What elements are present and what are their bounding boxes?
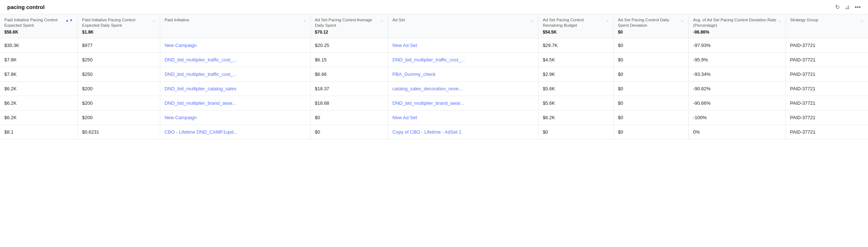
- cell-r6-c3: $0: [310, 125, 388, 139]
- adset-link-2[interactable]: PBA_Dummy_check: [392, 72, 435, 77]
- campaign-link-0[interactable]: New Campaign: [165, 43, 197, 48]
- cell-r3-c3: $18.37: [310, 82, 388, 96]
- cell-r0-c2[interactable]: New Campaign: [160, 38, 310, 53]
- campaign-link-2[interactable]: DND_bid_multiplier_traffic_cost_...: [165, 72, 237, 77]
- filter-icon[interactable]: ⊿: [845, 4, 850, 10]
- cell-r0-c6: $0: [613, 38, 689, 53]
- cell-r0-c3: $20.25: [310, 38, 388, 53]
- table-row: $8.1$0.6231CBO - Lifetime DND_CAMP1upd..…: [0, 125, 868, 139]
- cell-r4-c5: $5.6K: [538, 96, 613, 110]
- cell-r6-c4[interactable]: Copy of CBO - Lifetime - AdSet 1: [388, 125, 539, 139]
- cell-r6-c8: PAID-37721: [786, 125, 868, 139]
- refresh-icon[interactable]: ↻: [835, 4, 840, 10]
- page-title: pacing control: [7, 4, 44, 10]
- sort-icon-col9[interactable]: ⌄: [860, 18, 864, 23]
- adset-link-5[interactable]: New Ad Set: [392, 115, 417, 120]
- cell-r1-c5: $4.5K: [538, 53, 613, 67]
- cell-r4-c8: PAID-37721: [786, 96, 868, 110]
- cell-r3-c8: PAID-37721: [786, 82, 868, 96]
- cell-r5-c1: $200: [78, 110, 160, 125]
- cell-r2-c0: $7.8K: [0, 67, 78, 82]
- sort-icon-col3[interactable]: ⌄: [303, 18, 306, 23]
- col-header-label-col4: Ad Set Pacing Control Average Daily Spen…: [315, 18, 372, 27]
- col-header-col4: Ad Set Pacing Control Average Daily Spen…: [310, 14, 388, 38]
- cell-r5-c7: -100%: [689, 110, 786, 125]
- col-header-label-col9: Strategy Group: [790, 18, 818, 22]
- cell-r4-c6: $0: [613, 96, 689, 110]
- cell-r0-c0: $30.3K: [0, 38, 78, 53]
- cell-r0-c5: $29.7K: [538, 38, 613, 53]
- adset-link-3[interactable]: catalog_sales_decoration_nove...: [392, 86, 463, 91]
- table-row: $6.2K$200DND_bid_multiplier_catalog_sale…: [0, 82, 868, 96]
- campaign-link-6[interactable]: CBO - Lifetime DND_CAMP1upd...: [165, 129, 238, 135]
- cell-r1-c6: $0: [613, 53, 689, 67]
- cell-r1-c4[interactable]: DND_bid_multiplier_traffic_cost_...: [388, 53, 539, 67]
- cell-r6-c2[interactable]: CBO - Lifetime DND_CAMP1upd...: [160, 125, 310, 139]
- cell-r0-c8: PAID-37721: [786, 38, 868, 53]
- adset-link-6[interactable]: Copy of CBO - Lifetime - AdSet 1: [392, 129, 461, 135]
- header-actions: ↻ ⊿ •••: [835, 4, 861, 10]
- col-header-label-col5: Ad Set: [392, 18, 405, 22]
- cell-r3-c2[interactable]: DND_bid_multiplier_catalog_sales: [160, 82, 310, 96]
- col-aggregate-col8: -96.86%: [693, 30, 776, 35]
- table-header-row: Paid Initiative Pacing Control Expected …: [0, 14, 868, 38]
- col-header-col3: Paid Initiative⌄: [160, 14, 310, 38]
- cell-r0-c7: -97.93%: [689, 38, 786, 53]
- col-aggregate-col6: $54.5K: [543, 30, 604, 35]
- cell-r3-c4[interactable]: catalog_sales_decoration_nove...: [388, 82, 539, 96]
- cell-r1-c2[interactable]: DND_bid_multiplier_traffic_cost_...: [160, 53, 310, 67]
- more-icon[interactable]: •••: [855, 4, 861, 10]
- col-header-col6: Ad Set Pacing Control Remaining Budget$5…: [538, 14, 613, 38]
- adset-link-0[interactable]: New Ad Set: [392, 43, 417, 48]
- page-header: pacing control ↻ ⊿ •••: [0, 0, 868, 14]
- cell-r3-c6: $0: [613, 82, 689, 96]
- cell-r3-c5: $5.6K: [538, 82, 613, 96]
- col-header-col7: Ad Set Pacing Control Daily Spent Deviat…: [613, 14, 689, 38]
- sort-icon-col7[interactable]: ⌄: [681, 18, 684, 23]
- cell-r4-c4[interactable]: DND_bid_multiplier_brand_awar...: [388, 96, 539, 110]
- campaign-link-4[interactable]: DND_bid_multiplier_brand_awar...: [165, 100, 236, 106]
- sort-icon-col4[interactable]: ⌄: [380, 18, 383, 23]
- cell-r6-c1: $0.6231: [78, 125, 160, 139]
- sort-icon-col6[interactable]: ⌄: [606, 18, 609, 23]
- sort-icon-col2[interactable]: ⌄: [152, 18, 156, 23]
- col-header-label-col3: Paid Initiative: [165, 18, 189, 22]
- campaign-link-1[interactable]: DND_bid_multiplier_traffic_cost_...: [165, 57, 237, 62]
- cell-r5-c6: $0: [613, 110, 689, 125]
- col-header-col2: Paid Initiative Pacing Control Expected …: [78, 14, 160, 38]
- adset-link-1[interactable]: DND_bid_multiplier_traffic_cost_...: [392, 57, 465, 62]
- campaign-link-3[interactable]: DND_bid_multiplier_catalog_sales: [165, 86, 237, 91]
- cell-r2-c7: -93.34%: [689, 67, 786, 82]
- cell-r4-c2[interactable]: DND_bid_multiplier_brand_awar...: [160, 96, 310, 110]
- col-header-label-col6: Ad Set Pacing Control Remaining Budget: [543, 18, 584, 27]
- cell-r2-c5: $2.9K: [538, 67, 613, 82]
- col-header-col1: Paid Initiative Pacing Control Expected …: [0, 14, 78, 38]
- sort-icon-col8[interactable]: ⌄: [778, 18, 781, 23]
- cell-r6-c0: $8.1: [0, 125, 78, 139]
- cell-r4-c1: $200: [78, 96, 160, 110]
- table-row: $6.2K$200DND_bid_multiplier_brand_awar..…: [0, 96, 868, 110]
- cell-r3-c1: $200: [78, 82, 160, 96]
- campaign-link-5[interactable]: New Campaign: [165, 115, 197, 120]
- table-row: $30.3K$977New Campaign$20.25New Ad Set$2…: [0, 38, 868, 53]
- cell-r6-c5: $0: [538, 125, 613, 139]
- cell-r2-c3: $6.66: [310, 67, 388, 82]
- col-header-label-col2: Paid Initiative Pacing Control Expected …: [82, 18, 135, 27]
- cell-r5-c4[interactable]: New Ad Set: [388, 110, 539, 125]
- col-header-col5: Ad Set⌄: [388, 14, 539, 38]
- cell-r2-c1: $250: [78, 67, 160, 82]
- cell-r1-c0: $7.8K: [0, 53, 78, 67]
- cell-r4-c3: $18.68: [310, 96, 388, 110]
- adset-link-4[interactable]: DND_bid_multiplier_brand_awar...: [392, 100, 464, 106]
- sort-icon-col5[interactable]: ⌄: [531, 18, 534, 23]
- cell-r6-c7: 0%: [689, 125, 786, 139]
- sort-icon-col1[interactable]: ▲▼: [65, 18, 73, 23]
- cell-r2-c2[interactable]: DND_bid_multiplier_traffic_cost_...: [160, 67, 310, 82]
- cell-r5-c2[interactable]: New Campaign: [160, 110, 310, 125]
- cell-r3-c7: -90.82%: [689, 82, 786, 96]
- data-table-wrapper: Paid Initiative Pacing Control Expected …: [0, 14, 868, 139]
- cell-r2-c4[interactable]: PBA_Dummy_check: [388, 67, 539, 82]
- cell-r0-c4[interactable]: New Ad Set: [388, 38, 539, 53]
- cell-r5-c0: $6.2K: [0, 110, 78, 125]
- col-header-label-col8: Avg. of Ad Set Pacing Control Deviation …: [693, 18, 776, 27]
